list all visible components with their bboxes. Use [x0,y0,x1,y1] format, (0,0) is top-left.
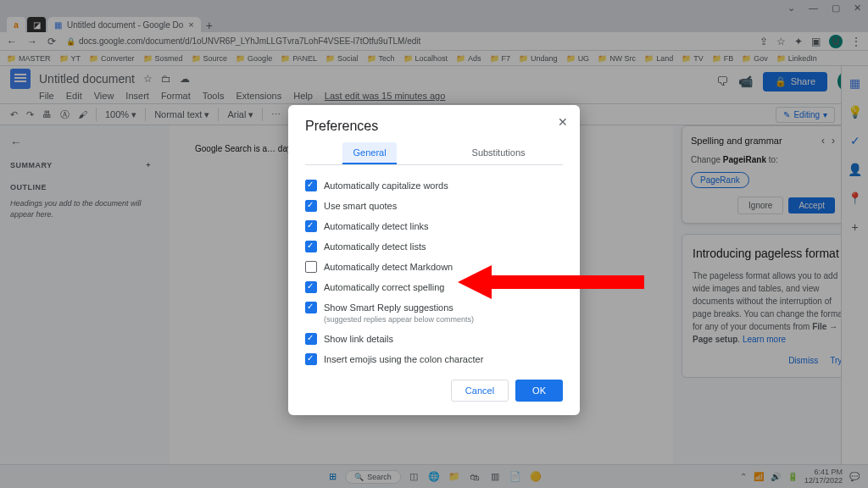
pref-link-details[interactable]: Show link details [305,329,563,349]
tab-general[interactable]: General [342,142,396,164]
modal-close-icon[interactable]: ✕ [558,115,568,129]
pref-detect-links[interactable]: Automatically detect links [305,216,563,236]
checkbox-icon[interactable] [305,281,317,293]
tab-substitutions[interactable]: Substitutions [472,142,526,164]
checkbox-icon[interactable] [305,353,317,365]
checkbox-icon[interactable] [305,220,317,232]
checkbox-icon[interactable] [305,333,317,345]
checkbox-icon[interactable] [305,241,317,252]
preferences-list: Automatically capitalize words Use smart… [288,165,580,373]
pref-correct-spelling[interactable]: Automatically correct spelling [305,277,563,297]
modal-tabs: General Substitutions [305,142,563,165]
checkbox-icon[interactable] [305,261,317,273]
pref-smart-reply-hint: (suggested replies appear below comments… [324,315,563,324]
pref-smart-quotes[interactable]: Use smart quotes [305,196,563,216]
pref-detect-markdown[interactable]: Automatically detect Markdown [305,257,563,277]
pref-detect-lists[interactable]: Automatically detect lists [305,236,563,257]
checkbox-icon[interactable] [305,180,317,191]
ok-button[interactable]: OK [515,380,563,402]
pref-capitalize[interactable]: Automatically capitalize words [305,175,563,196]
cancel-button[interactable]: Cancel [451,380,509,402]
checkbox-icon[interactable] [305,302,317,313]
preferences-modal: ✕ Preferences General Substitutions Auto… [288,105,580,415]
modal-title: Preferences [288,119,580,142]
checkbox-icon[interactable] [305,200,317,212]
pref-emoji-colon[interactable]: Insert emojis using the colon character [305,349,563,369]
